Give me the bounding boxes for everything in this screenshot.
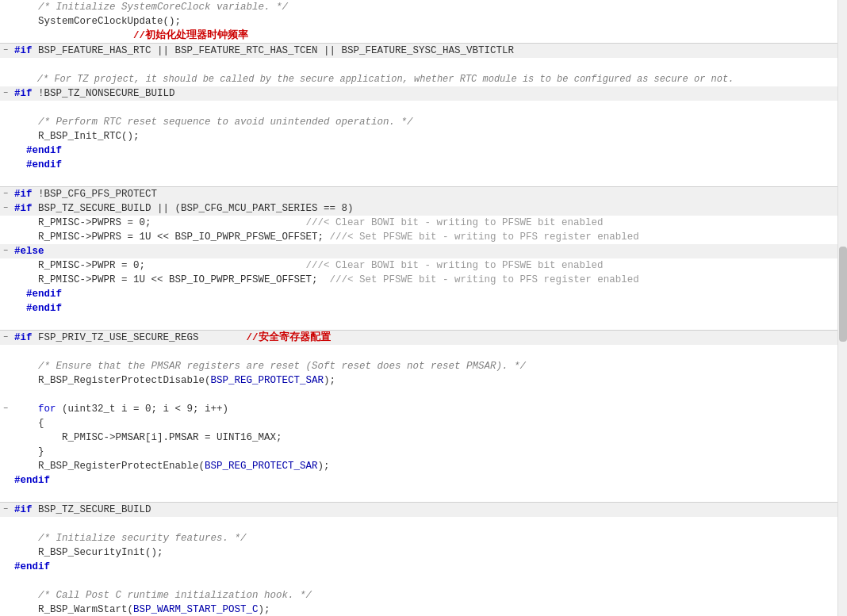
code-line-41: /* Call Post C runtime initialization ho… — [0, 588, 847, 603]
code-line-40 — [0, 574, 847, 588]
line-content-9: R_BSP_Init_RTC(); — [11, 129, 847, 143]
line-content-38: R_BSP_SecurityInit(); — [11, 545, 847, 560]
code-line-36 — [0, 517, 847, 531]
line-content-ann1: //初始化处理器时钟频率 — [11, 29, 847, 43]
code-line-22 — [0, 316, 847, 330]
line-content-2: SystemCoreClockUpdate(); — [11, 14, 847, 29]
code-line-37: /* Initialize security features. */ — [0, 531, 847, 545]
line-content-13: #if !BSP_CFG_PFS_PROTECT — [11, 187, 847, 201]
code-line-11: #endif — [0, 158, 847, 172]
line-content-39: #endif — [11, 560, 847, 574]
line-content-32: R_BSP_RegisterProtectEnable(BSP_REG_PROT… — [11, 459, 847, 473]
fold-13[interactable]: − — [0, 187, 11, 201]
code-line-23: − #if FSP_PRIV_TZ_USE_SECURE_REGS //安全寄存… — [0, 331, 847, 345]
line-content-25: /* Ensure that the PMSAR registers are r… — [11, 359, 847, 373]
code-line-15: R_PMISC->PWPRS = 0; ///< Clear BOWI bit … — [0, 216, 847, 230]
line-content-5: /* For TZ project, it should be called b… — [11, 72, 847, 86]
code-area: /* Initialize SystemCoreClock variable. … — [0, 0, 847, 616]
code-line-6: − #if !BSP_TZ_NONSECURE_BUILD — [0, 86, 847, 101]
line-content-14: #if BSP_TZ_SECURE_BUILD || (BSP_CFG_MCU_… — [11, 201, 847, 216]
code-line-16: R_PMISC->PWPRS = 1U << BSP_IO_PWPR_PFSWE… — [0, 230, 847, 244]
line-content-35: #if BSP_TZ_SECURE_BUILD — [11, 503, 847, 517]
code-line-27 — [0, 388, 847, 402]
fold-35[interactable]: − — [0, 503, 11, 517]
code-line-10: #endif — [0, 143, 847, 158]
fold-28[interactable]: − — [0, 402, 11, 416]
code-line-42: R_BSP_WarmStart(BSP_WARM_START_POST_C); — [0, 603, 847, 616]
line-content-31: } — [11, 445, 847, 459]
line-content-1: /* Initialize SystemCoreClock variable. … — [11, 0, 847, 14]
code-line-20: #endif — [0, 287, 847, 301]
code-line-31: } — [0, 445, 847, 459]
line-content-3: #if BSP_FEATURE_HAS_RTC || BSP_FEATURE_R… — [11, 44, 847, 58]
editor-container: /* Initialize SystemCoreClock variable. … — [0, 0, 847, 616]
line-content-33: #endif — [11, 473, 847, 488]
line-content-29: { — [11, 416, 847, 430]
line-content-16: R_PMISC->PWPRS = 1U << BSP_IO_PWPR_PFSWE… — [11, 230, 847, 244]
fold-6[interactable]: − — [0, 86, 11, 101]
line-content-10: #endif — [11, 143, 847, 158]
line-content-18: R_PMISC->PWPR = 0; ///< Clear BOWI bit -… — [11, 258, 847, 273]
code-line-32: R_BSP_RegisterProtectEnable(BSP_REG_PROT… — [0, 459, 847, 473]
code-line-17: − #else — [0, 244, 847, 258]
scrollbar-thumb[interactable] — [839, 247, 847, 342]
code-line-25: /* Ensure that the PMSAR registers are r… — [0, 359, 847, 373]
code-line-19: R_PMISC->PWPR = 1U << BSP_IO_PWPR_PFSWE_… — [0, 273, 847, 287]
code-line-24 — [0, 345, 847, 359]
code-line-2: SystemCoreClockUpdate(); — [0, 14, 847, 29]
code-line-18: R_PMISC->PWPR = 0; ///< Clear BOWI bit -… — [0, 258, 847, 273]
line-content-8: /* Perform RTC reset sequence to avoid u… — [11, 115, 847, 129]
line-content-15: R_PMISC->PWPRS = 0; ///< Clear BOWI bit … — [11, 216, 847, 230]
code-line-1: /* Initialize SystemCoreClock variable. … — [0, 0, 847, 14]
code-line-annotation-1: //初始化处理器时钟频率 — [0, 29, 847, 43]
line-content-28: for (uint32_t i = 0; i < 9; i++) — [11, 402, 847, 416]
line-content-30: R_PMISC->PMSAR[i].PMSAR = UINT16_MAX; — [11, 430, 847, 445]
code-line-21: #endif — [0, 301, 847, 316]
code-line-5: /* For TZ project, it should be called b… — [0, 72, 847, 86]
line-content-42: R_BSP_WarmStart(BSP_WARM_START_POST_C); — [11, 603, 847, 616]
code-line-13: − #if !BSP_CFG_PFS_PROTECT — [0, 187, 847, 201]
line-content-41: /* Call Post C runtime initialization ho… — [11, 588, 847, 603]
code-line-29: { — [0, 416, 847, 430]
code-line-3: − #if BSP_FEATURE_HAS_RTC || BSP_FEATURE… — [0, 44, 847, 58]
line-content-11: #endif — [11, 158, 847, 172]
line-content-26: R_BSP_RegisterProtectDisable(BSP_REG_PRO… — [11, 373, 847, 388]
code-line-9: R_BSP_Init_RTC(); — [0, 129, 847, 143]
code-line-12 — [0, 172, 847, 186]
line-content-23: #if FSP_PRIV_TZ_USE_SECURE_REGS //安全寄存器配… — [11, 331, 847, 345]
code-line-28: − for (uint32_t i = 0; i < 9; i++) — [0, 402, 847, 416]
line-content-21: #endif — [11, 301, 847, 316]
line-content-19: R_PMISC->PWPR = 1U << BSP_IO_PWPR_PFSWE_… — [11, 273, 847, 287]
code-line-35: − #if BSP_TZ_SECURE_BUILD — [0, 503, 847, 517]
code-line-38: R_BSP_SecurityInit(); — [0, 545, 847, 560]
line-content-20: #endif — [11, 287, 847, 301]
code-line-34 — [0, 488, 847, 502]
line-content-37: /* Initialize security features. */ — [11, 531, 847, 545]
code-line-4 — [0, 58, 847, 72]
line-content-6: #if !BSP_TZ_NONSECURE_BUILD — [11, 86, 847, 101]
code-line-8: /* Perform RTC reset sequence to avoid u… — [0, 115, 847, 129]
fold-17[interactable]: − — [0, 244, 11, 258]
fold-14[interactable]: − — [0, 201, 11, 216]
code-line-39: #endif — [0, 560, 847, 574]
line-content-17: #else — [11, 244, 847, 258]
code-line-26: R_BSP_RegisterProtectDisable(BSP_REG_PRO… — [0, 373, 847, 388]
code-line-14: − #if BSP_TZ_SECURE_BUILD || (BSP_CFG_MC… — [0, 201, 847, 216]
code-line-30: R_PMISC->PMSAR[i].PMSAR = UINT16_MAX; — [0, 430, 847, 445]
code-line-7 — [0, 101, 847, 115]
vertical-scrollbar[interactable] — [837, 0, 847, 616]
code-line-33: #endif — [0, 473, 847, 488]
fold-23[interactable]: − — [0, 331, 11, 345]
fold-3[interactable]: − — [0, 44, 11, 58]
